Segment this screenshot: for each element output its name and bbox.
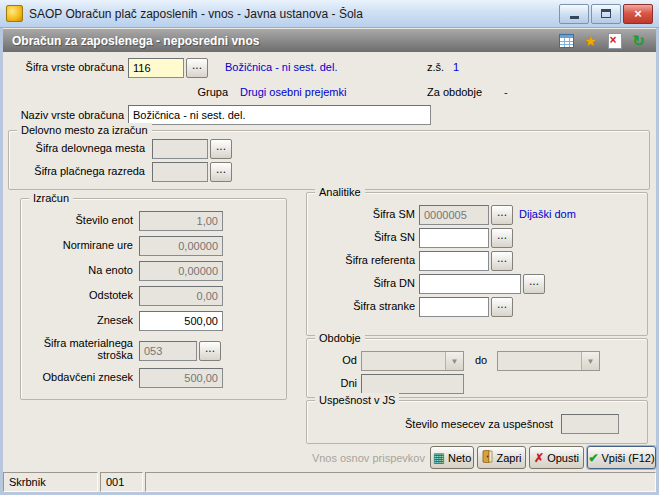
sifra-stranke-lookup-button[interactable]: ... — [491, 297, 513, 317]
sifra-materialnega-stroska-lookup-button[interactable]: ... — [199, 341, 221, 361]
sifra-sm-description: Dijaški dom — [519, 208, 576, 221]
delete-record-icon[interactable]: × — [606, 32, 623, 49]
sifra-sn-label: Šifra SN — [311, 231, 415, 244]
obdavceni-znesek-label: Obdavčeni znesek — [25, 371, 133, 384]
sifra-dn-label: Šifra DN — [311, 277, 415, 290]
dropdown-arrow-icon: ▼ — [581, 352, 599, 370]
izracun-group-title: Izračun — [29, 191, 73, 205]
sifra-vrste-obracuna-input[interactable] — [128, 58, 184, 78]
normirane-ure-input — [139, 236, 223, 256]
sifra-dn-lookup-button[interactable]: ... — [523, 274, 545, 294]
sifra-sn-input[interactable] — [419, 228, 489, 248]
refresh-icon[interactable]: ↻ — [630, 32, 647, 49]
sifra-dn-input[interactable] — [419, 274, 521, 294]
sifra-referenta-lookup-button[interactable]: ... — [491, 251, 513, 271]
zapri-button[interactable]: Zapri — [477, 446, 526, 469]
sifra-placnega-razreda-label: Šifra plačnega razreda — [25, 165, 145, 178]
obdobje-od-select: ▼ — [361, 351, 464, 371]
naziv-vrste-obracuna-input[interactable] — [128, 105, 431, 125]
neto-button[interactable]: ▦ Neto — [430, 446, 474, 469]
door-icon — [481, 450, 493, 465]
sifra-sn-lookup-button[interactable]: ... — [491, 228, 513, 248]
grupa-value: Drugi osebni prejemki — [240, 86, 346, 99]
zaporedna-stevilka-label: z.š. — [427, 61, 444, 74]
sifra-referenta-label: Šifra referenta — [311, 254, 415, 267]
zaporedna-stevilka-value: 1 — [453, 61, 459, 74]
na-enoto-input — [139, 261, 223, 281]
obdobje-dni-label: Dni — [319, 377, 357, 390]
znesek-input[interactable] — [139, 311, 223, 331]
statusbar-user: Skrbnik — [3, 472, 98, 492]
sifra-vrste-lookup-button[interactable]: ... — [186, 58, 208, 78]
naziv-vrste-obracuna-label: Naziv vrste obračuna — [6, 109, 124, 122]
obdobje-od-label: Od — [319, 354, 357, 367]
window-frame-left — [0, 28, 3, 495]
statusbar-empty — [145, 472, 656, 492]
stevilo-mesecev-input — [561, 414, 619, 434]
close-icon: × — [634, 6, 642, 21]
analitike-groupbox: Analitike Šifra SM ... Dijaški dom Šifra… — [306, 192, 648, 336]
sifra-placnega-razreda-lookup-button[interactable]: ... — [210, 162, 232, 182]
za-obdobje-label: Za obdobje — [427, 86, 482, 99]
sifra-materialnega-stroska-label: Šifra materialnega stroška — [25, 337, 133, 361]
sifra-placnega-razreda-input — [152, 162, 208, 182]
stevilo-mesecev-label: Število mesecev za uspešnost — [331, 418, 553, 431]
favorites-star-icon[interactable]: ★ — [582, 32, 599, 49]
obdobje-groupbox: Obdobje Od ▼ do ▼ Dni — [306, 338, 648, 398]
app-icon — [6, 5, 23, 22]
obdobje-group-title: Obdobje — [315, 331, 365, 345]
minimize-button[interactable] — [559, 4, 589, 24]
sifra-vrste-obracuna-label: Šifra vrste obračuna — [6, 61, 124, 74]
minimize-icon — [570, 16, 579, 19]
na-enoto-label: Na enoto — [25, 264, 133, 277]
cancel-x-icon: ✗ — [534, 452, 544, 464]
statusbar-code: 001 — [100, 472, 143, 492]
obdobje-do-label: do — [475, 354, 487, 367]
uspesnost-group-title: Uspešnost v JS — [315, 393, 399, 407]
sifra-delovnega-mesta-input — [152, 139, 208, 159]
sifra-sm-lookup-button[interactable]: ... — [491, 205, 513, 225]
stevilo-enot-label: Število enot — [25, 214, 133, 227]
form-header: Obračun za zaposlenega - neposredni vnos… — [3, 29, 656, 52]
sifra-stranke-input[interactable] — [419, 297, 489, 317]
obdobje-dni-input — [361, 374, 464, 394]
sifra-sm-label: Šifra SM — [311, 208, 415, 221]
za-obdobje-value: - — [504, 86, 508, 99]
app-window: SAOP Obračun plač zaposlenih - vnos - Ja… — [0, 0, 659, 495]
window-title: SAOP Obračun plač zaposlenih - vnos - Ja… — [29, 7, 551, 21]
uspesnost-groupbox: Uspešnost v JS Število mesecev za uspešn… — [306, 400, 648, 444]
opusti-button[interactable]: ✗ Opusti — [529, 446, 584, 469]
grupa-label: Grupa — [150, 86, 228, 99]
analitike-group-title: Analitike — [315, 185, 365, 199]
sifra-referenta-input[interactable] — [419, 251, 489, 271]
znesek-label: Znesek — [25, 314, 133, 327]
maximize-button[interactable] — [591, 4, 621, 24]
form-title: Obračun za zaposlenega - neposredni vnos — [12, 34, 558, 48]
sifra-stranke-label: Šifra stranke — [311, 300, 415, 313]
header-toolbar: ★ × ↻ — [558, 32, 647, 49]
sifra-vrste-description: Božičnica - ni sest. del. — [225, 61, 338, 74]
sifra-materialnega-stroska-input — [139, 341, 197, 361]
odstotek-label: Odstotek — [25, 289, 133, 302]
obdobje-do-select: ▼ — [497, 351, 600, 371]
normirane-ure-label: Normirane ure — [25, 239, 133, 252]
vpisi-button[interactable]: ✔ Vpiši (F12) — [587, 446, 656, 469]
table-icon[interactable] — [558, 32, 575, 49]
izracun-groupbox: Izračun Število enot Normirane ure Na en… — [20, 198, 287, 400]
delovno-mesto-group-title: Delovno mesto za izračun — [17, 123, 152, 137]
vnos-osnov-prispevkov-link: Vnos osnov prispevkov — [280, 452, 425, 464]
stevilo-enot-input — [139, 211, 223, 231]
sifra-delovnega-mesta-lookup-button[interactable]: ... — [210, 139, 232, 159]
maximize-icon — [601, 9, 611, 18]
odstotek-input — [139, 286, 223, 306]
sifra-sm-input — [419, 205, 489, 225]
check-icon: ✔ — [588, 452, 598, 464]
close-button[interactable]: × — [623, 4, 653, 24]
dropdown-arrow-icon: ▼ — [445, 352, 463, 370]
window-controls: × — [559, 4, 653, 24]
delovno-mesto-groupbox: Delovno mesto za izračun Šifra delovnega… — [8, 130, 650, 190]
sifra-delovnega-mesta-label: Šifra delovnega mesta — [25, 142, 145, 155]
obdavceni-znesek-input — [139, 368, 223, 388]
neto-grid-icon: ▦ — [433, 451, 445, 464]
title-bar: SAOP Obračun plač zaposlenih - vnos - Ja… — [0, 0, 659, 28]
